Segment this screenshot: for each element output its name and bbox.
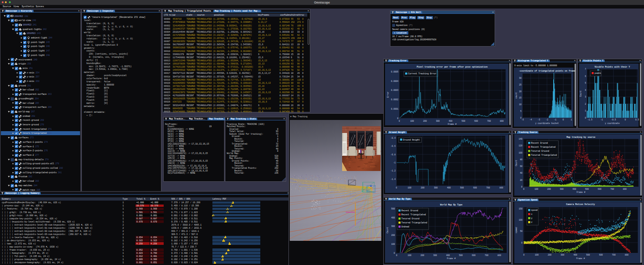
svg-text:800: 800 [625,254,629,256]
svg-text:World Map By Type: World Map By Type [440,204,462,206]
svg-text:-3: -3 [538,119,540,121]
svg-text:700: 700 [612,254,616,256]
svg-text:40: 40 [520,172,522,174]
svg-text:30: 30 [519,77,521,79]
svg-text:100: 100 [410,120,414,122]
svg-text:200: 200 [548,254,552,256]
svg-text:Visible Points with their Y: Visible Points with their Y [594,66,630,68]
svg-text:y: y [531,217,533,219]
svg-text:Count: Count [515,160,517,166]
svg-text:0: 0 [394,252,395,254]
svg-text:-4: -4 [530,119,532,121]
svg-text:600: 600 [472,254,476,256]
svg-text:400: 400 [447,187,451,189]
svg-text:5: 5 [520,110,521,112]
svg-text:600: 600 [597,188,602,190]
svg-text:0: 0 [625,119,626,121]
svg-text:400: 400 [391,217,395,219]
svg-text:50: 50 [520,230,523,232]
svg-text:150: 150 [519,208,523,210]
svg-text:speed: speed [531,209,538,211]
svg-text:140: 140 [519,138,523,140]
svg-text:-0.6: -0.6 [390,145,395,147]
svg-text:300: 300 [433,254,437,256]
svg-text:100: 100 [534,188,538,190]
svg-text:-1.5: -1.5 [587,119,592,121]
svg-text:5: 5 [585,82,586,84]
svg-text:-1.4: -1.4 [390,178,395,180]
svg-text:-1: -1 [601,119,603,121]
svg-text:-0.8: -0.8 [390,154,395,156]
svg-text:Current Tracking Error: Current Tracking Error [408,73,436,75]
svg-text:0: 0 [396,187,397,189]
svg-text:Recent Triangulated: Recent Triangulated [531,146,556,148]
svg-text:700: 700 [610,188,614,190]
svg-text:3: 3 [585,96,586,98]
svg-text:2: 2 [585,103,586,105]
svg-text:0: 0 [563,119,564,121]
svg-text:0: 0 [396,254,398,256]
svg-text:0.0004: 0.0004 [391,80,398,82]
svg-text:0.0002: 0.0002 [391,98,398,101]
svg-text:speed: speed [515,227,517,233]
svg-text:peaks: peaks [595,72,602,74]
svg-text:80: 80 [520,158,522,161]
svg-text:20: 20 [519,90,521,93]
svg-text:Pixel tracking error per frame: Pixel tracking error per frame after pos… [417,66,488,68]
svg-text:-1.2: -1.2 [390,170,395,172]
svg-text:0: 0 [523,188,525,190]
svg-text:15: 15 [519,97,521,99]
svg-text:0: 0 [521,242,522,244]
svg-text:1: 1 [571,119,572,121]
svg-text:120: 120 [519,145,523,147]
svg-text:count: count [515,92,517,98]
svg-text:400: 400 [573,254,577,256]
svg-text:-1: -1 [393,162,396,164]
svg-text:200: 200 [391,234,395,236]
svg-text:0.5: 0.5 [636,119,640,121]
svg-text:800: 800 [500,120,504,122]
svg-text:500: 500 [459,254,463,256]
svg-text:Undead: Undead [402,226,409,228]
svg-text:y coordinate bucket: y coordinate bucket [535,122,559,124]
svg-text:-coordinate of triangulated po: -coordinate of triangulated points on fr… [519,70,575,72]
svg-text:z: z [531,221,533,223]
svg-text:6: 6 [585,75,586,77]
svg-text:x: x [531,213,533,215]
svg-text:25: 25 [519,84,521,86]
svg-text:300: 300 [560,188,564,190]
svg-text:Recent Triangulated: Recent Triangulated [402,214,426,216]
svg-text:-2: -2 [546,119,548,121]
svg-text:500: 500 [460,187,464,189]
svg-text:100: 100 [535,254,539,256]
svg-text:0: 0 [398,120,400,122]
svg-text:Error: Error [387,91,389,98]
svg-text:Tenured Ground: Tenured Ground [402,218,419,220]
svg-text:X-axis limit to -5.000000 1.00: X-axis limit to -5.000000 1.000000 [514,64,557,67]
svg-text:300: 300 [560,254,564,256]
svg-text:200: 200 [547,188,551,190]
svg-text:700: 700 [487,120,491,122]
svg-text:100: 100 [407,254,411,256]
svg-text:Tenured Triangulated: Tenured Triangulated [402,222,428,224]
svg-text:700: 700 [485,254,489,256]
svg-text:0.0005: 0.0005 [391,71,398,73]
svg-text:Frame #: Frame # [448,123,457,125]
svg-text:500: 500 [586,254,590,256]
svg-text:300: 300 [436,120,440,122]
svg-text:y coordinate: y coordinate [605,122,619,124]
svg-text:20: 20 [520,179,522,181]
svg-text:1: 1 [585,110,586,112]
svg-text:200: 200 [421,187,425,189]
svg-text:400: 400 [449,120,453,122]
svg-text:600: 600 [473,187,477,189]
svg-text:Count: Count [386,227,389,233]
svg-text:800: 800 [497,254,501,256]
svg-text:0.0001: 0.0001 [391,108,398,110]
svg-text:Frame #: Frame # [447,257,456,260]
svg-text:300: 300 [391,225,395,227]
svg-text:Map tracking by source: Map tracking by source [567,136,596,138]
svg-text:0: 0 [585,117,586,119]
svg-text:800: 800 [623,188,627,190]
svg-text:100: 100 [408,187,412,189]
